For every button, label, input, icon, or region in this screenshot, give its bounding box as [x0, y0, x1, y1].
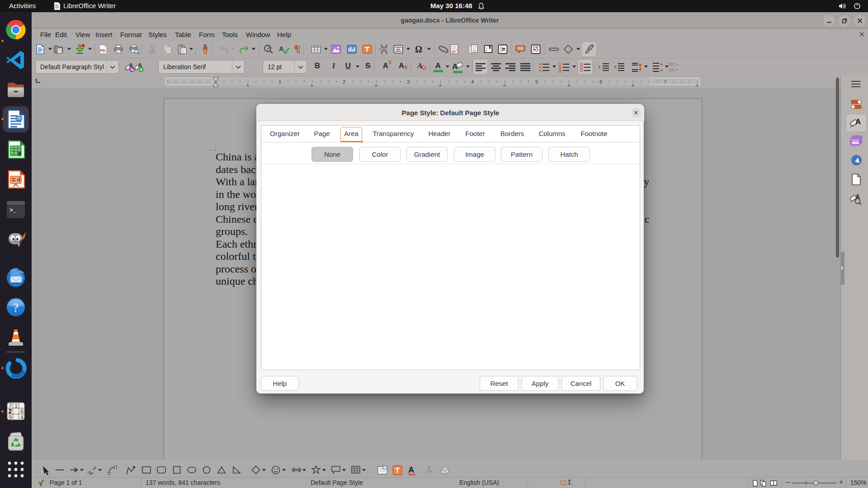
svg-text:PD: PD: [100, 48, 106, 53]
svg-text:4: 4: [471, 79, 474, 84]
svg-text:1: 1: [14, 402, 18, 409]
svg-text:2: 2: [343, 79, 345, 84]
svg-text:9: 9: [9, 414, 12, 421]
svg-text:>_: >_: [9, 207, 17, 214]
svg-text:Ω: Ω: [415, 44, 422, 54]
svg-text:A: A: [279, 45, 284, 52]
svg-text:?: ?: [13, 300, 19, 314]
svg-text:1: 1: [278, 79, 281, 84]
svg-text:3: 3: [407, 79, 410, 84]
svg-text:A: A: [855, 117, 861, 126]
svg-text:5: 5: [535, 79, 538, 84]
svg-text:4: 4: [20, 414, 24, 421]
svg-text:A: A: [408, 465, 414, 474]
svg-text:6: 6: [599, 79, 602, 84]
svg-text:7: 7: [664, 79, 666, 84]
